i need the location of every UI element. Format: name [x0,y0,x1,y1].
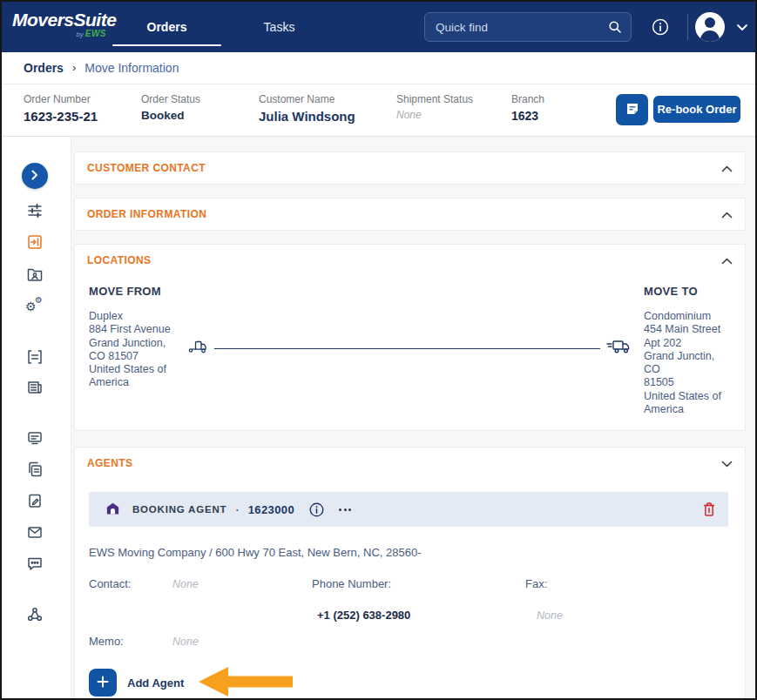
agents-section: AGENTS BOOKING AGENT · 1623000 [74,447,746,700]
navbar-divider [687,14,688,40]
agent-info-icon[interactable] [308,501,325,518]
account-chevron-down-icon[interactable] [736,24,748,31]
order-status-field: Order Status Booked [141,93,200,122]
fax-label: Fax: [525,577,547,590]
user-avatar[interactable] [695,12,725,42]
order-information-header[interactable]: ORDER INFORMATION [75,199,745,230]
quick-find-searchbox [424,12,632,42]
order-summary-bar: Order Number 1623-235-21 Order Status Bo… [2,84,755,137]
tab-orders[interactable]: Orders [111,2,223,52]
order-number-value: 1623-235-21 [24,109,98,124]
order-notes-button[interactable] [616,94,648,125]
envelope-mail-icon[interactable] [26,523,44,541]
add-agent-button[interactable] [89,669,117,697]
contact-label: Contact: [89,577,131,590]
sliders-filter-icon[interactable] [26,202,44,219]
agent-more-options-icon[interactable] [337,505,353,515]
clipboard-edit-icon[interactable] [26,492,44,509]
locations-section: LOCATIONS MOVE FROM Duplex884 First Aven… [74,244,746,431]
newspaper-icon[interactable] [26,379,44,396]
bracket-list-icon[interactable] [26,348,44,366]
left-sidebar: ⚙⚙ [2,137,71,700]
destination-truck-icon [605,339,632,358]
door-exit-icon[interactable] [26,233,44,251]
breadcrumb-separator: › [72,61,76,74]
contact-value: None [172,578,199,590]
agent-company-line: EWS Moving Company / 600 Hwy 70 East, Ne… [89,546,422,559]
fax-value: None [537,609,563,622]
breadcrumb: Orders › Move Information [2,52,755,84]
app-window: MoversSuite byEWS Orders Tasks [0,0,757,700]
agent-id: 1623000 [248,503,294,516]
breadcrumb-orders[interactable]: Orders [24,61,64,75]
chat-message-icon[interactable] [26,555,44,572]
active-tab-underline [112,44,221,46]
collapse-chevron-up-icon[interactable] [721,160,733,176]
agent-type-label: BOOKING AGENT [132,504,226,515]
route-graphic [188,339,632,358]
order-information-section: ORDER INFORMATION [74,198,746,231]
move-to-block: MOVE TO Condominium454 Main StreetApt 20… [644,285,731,416]
customer-name-value: Julia Windsong [259,109,355,124]
note-icon [625,101,640,119]
gears-settings-icon[interactable]: ⚙⚙ [26,298,44,315]
move-from-address: Duplex884 First AvenueGrand Junction,CO … [89,310,202,390]
rebook-order-button[interactable]: Re-book Order [653,96,740,123]
shipment-status-value: None [396,109,473,121]
main-nav-tabs: Orders Tasks [111,2,335,52]
agent-separator-dot: · [235,503,239,516]
copy-documents-icon[interactable] [26,461,44,478]
plus-icon [96,675,110,691]
agents-body: BOOKING AGENT · 1623000 EWS Moving Compa… [75,479,745,700]
tab-tasks[interactable]: Tasks [223,2,335,52]
folder-contact-icon[interactable] [26,266,44,283]
annotation-arrow [199,665,293,700]
top-navbar: MoversSuite byEWS Orders Tasks [2,2,755,52]
search-icon[interactable] [608,20,622,34]
breadcrumb-move-information: Move Information [84,61,179,75]
locations-body: MOVE FROM Duplex884 First AvenueGrand Ju… [75,276,745,430]
moverssuite-logo: MoversSuite byEWS [12,10,110,38]
order-number-field: Order Number 1623-235-21 [24,93,98,124]
shipment-status-field: Shipment Status None [396,93,473,121]
move-from-block: MOVE FROM Duplex884 First AvenueGrand Ju… [89,285,202,390]
collapse-chevron-down-icon[interactable] [721,455,733,471]
main-area: ⚙⚙ [2,137,755,700]
sidebar-expand-button[interactable] [22,163,48,189]
memo-label: Memo: [89,635,124,648]
agent-home-icon [105,501,120,518]
customer-name-field: Customer Name Julia Windsong [259,93,355,124]
branch-field: Branch 1623 [511,93,544,123]
move-to-address: Condominium454 Main StreetApt 202Grand J… [644,310,731,416]
collapse-chevron-up-icon[interactable] [721,206,733,222]
order-status-value: Booked [141,109,200,122]
collapse-chevron-up-icon[interactable] [721,252,733,268]
customer-contact-header[interactable]: CUSTOMER CONTACT [75,152,745,184]
brand-name: MoversSuite [12,10,110,30]
share-nodes-icon[interactable] [26,606,44,623]
phone-number-label: Phone Number: [312,577,391,590]
info-icon[interactable] [651,17,670,37]
card-notes-icon[interactable] [26,429,44,447]
phone-number-value: +1 (252) 638-2980 [317,609,410,622]
customer-contact-section: CUSTOMER CONTACT [74,151,746,185]
memo-value: None [172,636,199,648]
move-from-title: MOVE FROM [89,285,202,298]
branch-value: 1623 [511,109,544,123]
add-agent-label[interactable]: Add Agent [127,676,184,690]
booking-agent-row: BOOKING AGENT · 1623000 [89,492,728,527]
move-to-title: MOVE TO [644,285,731,298]
quick-find-input[interactable] [425,21,608,34]
delete-agent-icon[interactable] [702,501,716,517]
agents-header[interactable]: AGENTS [75,448,745,479]
chevron-right-icon [31,168,38,184]
order-detail-content: CUSTOMER CONTACT ORDER INFORMATION LOCAT… [74,137,746,700]
origin-truck-icon [188,340,209,358]
add-agent-row: Add Agent [89,669,184,697]
route-line [214,348,600,349]
locations-header[interactable]: LOCATIONS [75,245,745,276]
